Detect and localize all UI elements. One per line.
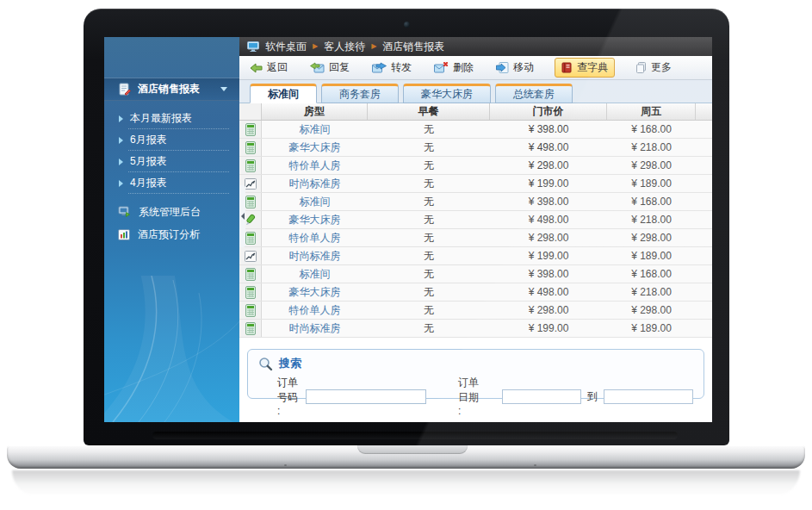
delete-icon <box>434 62 449 73</box>
order-number-input[interactable] <box>306 389 426 404</box>
tab-business-suite[interactable]: 商务套房 <box>321 84 399 103</box>
table-row[interactable]: 时尚标准房 无 ¥ 199.00 ¥ 189.00 <box>239 320 712 338</box>
sidebar-item-april-report[interactable]: 4月报表 <box>104 172 239 194</box>
table-header-list-price[interactable]: 门市价 <box>490 103 607 120</box>
table-row[interactable]: 标准间 无 ¥ 398.00 ¥ 168.00 <box>239 265 712 283</box>
table-row[interactable]: 标准间 无 ¥ 398.00 ¥ 168.00 <box>239 193 712 211</box>
webcam-icon <box>404 22 410 28</box>
order-date-to-input[interactable] <box>604 389 693 404</box>
line-chart-icon <box>245 178 257 190</box>
sidebar-collapse-handle[interactable] <box>239 185 245 247</box>
collapse-arrow-icon <box>241 213 245 220</box>
friday-price-cell: ¥ 168.00 <box>607 193 696 210</box>
chevron-down-icon <box>220 87 227 91</box>
more-button[interactable]: 更多 <box>635 60 672 75</box>
sidebar-item-label: 本月最新报表 <box>130 111 192 126</box>
sidebar-report-list: 本月最新报表 6月报表 5月报表 4月报表 <box>104 108 239 194</box>
room-type-cell[interactable]: 特价单人房 <box>262 229 368 246</box>
friday-price-cell: ¥ 298.00 <box>607 302 696 319</box>
delete-button[interactable]: 删除 <box>434 60 474 75</box>
room-type-cell[interactable]: 特价单人房 <box>262 302 368 319</box>
move-button[interactable]: 移动 <box>496 60 534 75</box>
clipped-cell <box>696 229 712 246</box>
room-type-cell[interactable]: 标准间 <box>262 265 368 283</box>
sidebar-item-label: 6月报表 <box>130 133 167 147</box>
list-price-cell: ¥ 298.00 <box>490 157 607 174</box>
table-row[interactable]: 时尚标准房 无 ¥ 199.00 ¥ 189.00 <box>239 247 712 265</box>
row-type-icon-cell <box>239 265 262 283</box>
sidebar-header-label: 酒店销售报表 <box>138 82 220 96</box>
list-price-cell: ¥ 298.00 <box>490 302 607 319</box>
clipped-cell <box>696 302 712 319</box>
breadcrumb-item-desktop[interactable]: 软件桌面 <box>265 40 307 54</box>
room-type-cell[interactable]: 时尚标准房 <box>262 320 368 337</box>
clipped-cell <box>696 283 712 301</box>
notebook-icon <box>245 286 256 299</box>
breakfast-cell: 无 <box>368 247 490 264</box>
row-type-icon-cell <box>239 302 262 319</box>
main-content: 软件桌面 ▶ 客人接待 ▶ 酒店销售报表 返回 <box>239 37 712 422</box>
room-type-cell[interactable]: 时尚标准房 <box>262 175 368 192</box>
sidebar-item-june-report[interactable]: 6月报表 <box>104 129 239 151</box>
breakfast-cell: 无 <box>368 283 490 301</box>
table-header-breakfast[interactable]: 早餐 <box>368 103 490 120</box>
triangle-right-icon <box>119 159 123 165</box>
sidebar-bottom-group: 系统管理后台 酒店预订分析 <box>104 201 239 246</box>
room-type-cell[interactable]: 时尚标准房 <box>262 247 368 264</box>
notebook-icon <box>245 196 256 208</box>
row-type-icon-cell <box>239 139 262 156</box>
table-row[interactable]: 特价单人房 无 ¥ 298.00 ¥ 298.00 <box>239 229 712 247</box>
laptop-screen-bezel: 酒店销售报表 本月最新报表 6月报表 5月报表 <box>84 9 729 445</box>
dictionary-button[interactable]: 查字典 <box>555 58 615 78</box>
room-type-cell[interactable]: 豪华大床房 <box>262 283 368 301</box>
room-type-cell[interactable]: 豪华大床房 <box>262 139 368 156</box>
table-header-room-type[interactable]: 房型 <box>262 103 368 120</box>
breadcrumb-item-hotel-sales-report[interactable]: 酒店销售报表 <box>382 40 444 54</box>
tab-standard-room[interactable]: 标准间 <box>250 84 317 103</box>
breadcrumb-item-guest-reception[interactable]: 客人接待 <box>324 40 365 54</box>
friday-price-cell: ¥ 189.00 <box>607 320 696 337</box>
sidebar-item-system-admin[interactable]: 系统管理后台 <box>104 201 239 223</box>
sidebar-item-hotel-sales-reports[interactable]: 酒店销售报表 <box>104 78 239 101</box>
table-row[interactable]: 豪华大床房 无 ¥ 498.00 ¥ 218.00 <box>239 139 712 157</box>
table-row[interactable]: 时尚标准房 无 ¥ 199.00 ¥ 189.00 <box>239 175 712 193</box>
list-price-cell: ¥ 199.00 <box>490 247 607 264</box>
friday-price-cell: ¥ 168.00 <box>607 265 696 283</box>
friday-price-cell: ¥ 189.00 <box>607 175 696 192</box>
clipped-cell <box>696 193 712 210</box>
table-row[interactable]: 特价单人房 无 ¥ 298.00 ¥ 298.00 <box>239 302 712 320</box>
tab-presidential-suite[interactable]: 总统套房 <box>495 84 573 103</box>
toolbar: 返回 回复 <box>239 56 712 80</box>
breadcrumb: 软件桌面 ▶ 客人接待 ▶ 酒店销售报表 <box>239 37 712 56</box>
table-row[interactable]: 标准间 无 ¥ 398.00 ¥ 168.00 <box>239 121 712 139</box>
table-row[interactable]: 豪华大床房 无 ¥ 498.00 ¥ 218.00 <box>239 211 712 229</box>
row-type-icon-cell <box>239 121 262 138</box>
move-icon <box>496 62 509 73</box>
table-header-friday[interactable]: 周五 <box>607 103 696 120</box>
back-button[interactable]: 返回 <box>250 60 288 75</box>
table-row[interactable]: 特价单人房 无 ¥ 298.00 ¥ 298.00 <box>239 157 712 175</box>
room-type-cell[interactable]: 标准间 <box>262 193 368 210</box>
breakfast-cell: 无 <box>368 193 490 210</box>
sidebar-item-current-month-report[interactable]: 本月最新报表 <box>104 108 239 129</box>
order-date-label: 订单日期 : <box>458 376 480 417</box>
room-type-cell[interactable]: 特价单人房 <box>262 157 368 174</box>
sidebar-item-may-report[interactable]: 5月报表 <box>104 151 239 172</box>
list-price-cell: ¥ 298.00 <box>490 229 607 246</box>
friday-price-cell: ¥ 218.00 <box>607 139 696 156</box>
notebook-icon <box>245 141 256 154</box>
room-type-cell[interactable]: 豪华大床房 <box>262 211 368 228</box>
order-date-from-input[interactable] <box>502 389 581 404</box>
clipped-cell <box>696 157 712 174</box>
more-pages-icon <box>635 62 647 73</box>
notebook-icon <box>245 232 256 245</box>
clipped-cell <box>696 175 712 192</box>
search-icon <box>258 357 273 371</box>
table-row[interactable]: 豪华大床房 无 ¥ 498.00 ¥ 218.00 <box>239 283 712 302</box>
sidebar-item-booking-analysis[interactable]: 酒店预订分析 <box>104 223 239 246</box>
room-type-cell[interactable]: 标准间 <box>262 121 368 138</box>
tab-deluxe-king-room[interactable]: 豪华大床房 <box>403 84 491 103</box>
button-label: 删除 <box>453 60 474 75</box>
reply-button[interactable]: 回复 <box>310 60 350 75</box>
forward-button[interactable]: 转发 <box>372 60 412 75</box>
